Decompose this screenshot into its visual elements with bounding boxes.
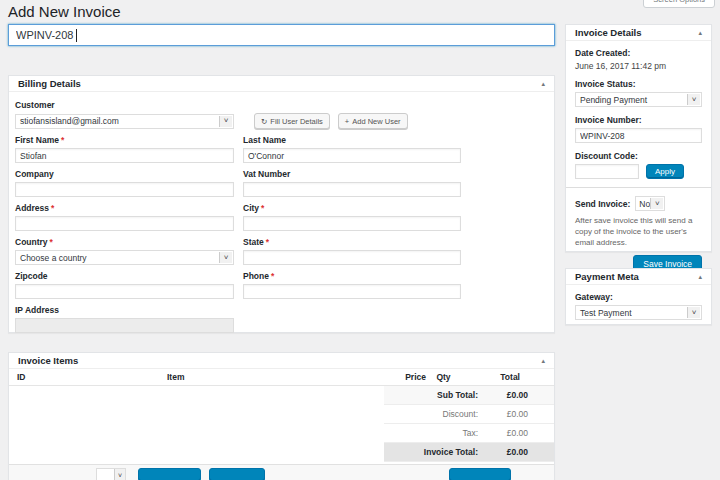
- invoice-status-value: Pending Payment: [580, 95, 647, 105]
- discount-code-input[interactable]: [575, 164, 639, 179]
- text-caret: [76, 29, 77, 42]
- plus-icon: +: [345, 117, 349, 126]
- subtotal-label: Sub Total:: [384, 390, 488, 400]
- discount-label: Discount:: [384, 409, 488, 419]
- date-created-label: Date Created:: [575, 48, 702, 58]
- payment-meta-heading: Payment Meta: [575, 271, 639, 282]
- add-new-user-label: Add New User: [352, 117, 400, 126]
- address-field: Address*: [15, 203, 234, 231]
- screen-options-button[interactable]: Screen Options: [643, 0, 715, 8]
- chevron-down-icon: ˅: [687, 307, 700, 318]
- vat-number-input[interactable]: [243, 182, 461, 197]
- required-marker: *: [271, 271, 274, 281]
- collapse-toggle-icon[interactable]: ▴: [541, 357, 545, 364]
- items-footer: ˅: [9, 464, 554, 480]
- billing-details-heading: Billing Details: [18, 78, 81, 89]
- city-label: City*: [243, 203, 461, 213]
- send-invoice-label: Send Invoice:: [575, 199, 630, 209]
- collapse-toggle-icon[interactable]: ▴: [698, 273, 702, 280]
- refresh-icon: ↻: [261, 117, 267, 126]
- customer-select-value: stiofansisland@gmail.com: [20, 116, 119, 126]
- state-input[interactable]: [243, 250, 461, 265]
- items-summary: Sub Total: £0.00 Discount: £0.00 Tax: £0…: [384, 386, 554, 462]
- billing-details-body: Customer stiofansisland@gmail.com ˅ ↻ Fi…: [9, 92, 554, 339]
- last-name-input[interactable]: [243, 148, 461, 163]
- customer-field: Customer stiofansisland@gmail.com ˅ ↻ Fi…: [15, 100, 548, 129]
- last-name-field: Last Name: [243, 135, 461, 163]
- invoice-details-body: Date Created: June 16, 2017 11:42 pm Inv…: [566, 41, 711, 279]
- country-label: Country*: [15, 237, 234, 247]
- discount-code-label: Discount Code:: [575, 151, 702, 161]
- invoice-items-panel: Invoice Items ▴ ID Item Price Qty Total …: [8, 352, 555, 480]
- tax-value: £0.00: [488, 428, 554, 438]
- country-field: Country* Choose a country ˅: [15, 237, 234, 265]
- items-action-button-1[interactable]: [138, 468, 201, 480]
- invoice-details-panel: Invoice Details ▴ Date Created: June 16,…: [565, 24, 712, 252]
- state-field: State*: [243, 237, 461, 265]
- collapse-toggle-icon[interactable]: ▴: [541, 80, 545, 87]
- items-action-button-2[interactable]: [209, 468, 265, 480]
- ip-address-label: IP Address: [15, 305, 234, 315]
- country-select[interactable]: Choose a country ˅: [15, 250, 234, 265]
- send-invoice-field: Send Invoice: No ˅: [575, 196, 702, 211]
- city-input[interactable]: [243, 216, 461, 231]
- item-select[interactable]: ˅: [96, 468, 126, 480]
- apply-discount-button[interactable]: Apply: [646, 164, 684, 179]
- send-invoice-select[interactable]: No ˅: [635, 196, 665, 211]
- chevron-down-icon: ˅: [650, 198, 663, 209]
- invoice-items-heading: Invoice Items: [18, 355, 78, 366]
- gateway-label: Gateway:: [575, 292, 702, 302]
- payment-meta-body: Gateway: Test Payment ˅: [566, 285, 711, 327]
- gateway-field: Gateway: Test Payment ˅: [575, 292, 702, 320]
- customer-label: Customer: [15, 100, 548, 110]
- required-marker: *: [50, 237, 53, 247]
- company-field: Company: [15, 169, 234, 197]
- invoice-title-input[interactable]: [8, 24, 555, 46]
- billing-details-header: Billing Details ▴: [9, 76, 554, 92]
- company-input[interactable]: [15, 182, 234, 197]
- invoice-details-heading: Invoice Details: [575, 27, 642, 38]
- ip-address-field: IP Address: [15, 305, 234, 333]
- vat-number-label: Vat Number: [243, 169, 461, 179]
- invoice-details-header: Invoice Details ▴: [566, 25, 711, 41]
- items-action-button-3[interactable]: [449, 468, 511, 480]
- invoice-items-header: Invoice Items ▴: [9, 353, 554, 369]
- ip-address-input: [15, 318, 234, 333]
- zipcode-input[interactable]: [15, 284, 234, 299]
- payment-meta-header: Payment Meta ▴: [566, 269, 711, 285]
- send-invoice-value: No: [639, 199, 650, 209]
- invoice-status-label: Invoice Status:: [575, 79, 702, 89]
- first-name-input[interactable]: [15, 148, 234, 163]
- gateway-select[interactable]: Test Payment ˅: [575, 305, 702, 320]
- invoice-total-label: Invoice Total:: [384, 447, 488, 457]
- collapse-toggle-icon[interactable]: ▴: [698, 29, 702, 36]
- gateway-value: Test Payment: [580, 308, 632, 318]
- invoice-number-input[interactable]: [575, 128, 702, 143]
- required-marker: *: [261, 203, 264, 213]
- address-input[interactable]: [15, 216, 234, 231]
- invoice-status-select[interactable]: Pending Payment ˅: [575, 92, 702, 107]
- send-invoice-help-text: After save invoice this will send a copy…: [575, 216, 702, 248]
- fill-user-details-button[interactable]: ↻ Fill User Details: [254, 113, 330, 129]
- phone-input[interactable]: [243, 284, 461, 299]
- country-select-value: Choose a country: [20, 253, 87, 263]
- subtotal-row: Sub Total: £0.00: [384, 386, 554, 405]
- tax-label: Tax:: [384, 428, 488, 438]
- invoice-status-field: Invoice Status: Pending Payment ˅: [575, 79, 702, 107]
- state-label: State*: [243, 237, 461, 247]
- payment-meta-panel: Payment Meta ▴ Gateway: Test Payment ˅: [565, 268, 712, 325]
- items-table-body: Sub Total: £0.00 Discount: £0.00 Tax: £0…: [9, 386, 554, 464]
- zipcode-field: Zipcode: [15, 271, 234, 299]
- column-total: Total: [461, 372, 546, 382]
- customer-select[interactable]: stiofansisland@gmail.com ˅: [15, 114, 234, 129]
- discount-code-field: Discount Code: Apply: [575, 151, 702, 179]
- discount-value: £0.00: [488, 409, 554, 419]
- subtotal-value: £0.00: [488, 390, 554, 400]
- tax-row: Tax: £0.00: [384, 424, 554, 443]
- divider: [566, 187, 711, 188]
- discount-row: Discount: £0.00: [384, 405, 554, 424]
- items-table-header: ID Item Price Qty Total: [9, 369, 554, 386]
- first-name-label: First Name*: [15, 135, 234, 145]
- add-new-user-button[interactable]: + Add New User: [338, 113, 408, 129]
- date-created-field: Date Created: June 16, 2017 11:42 pm: [575, 48, 702, 71]
